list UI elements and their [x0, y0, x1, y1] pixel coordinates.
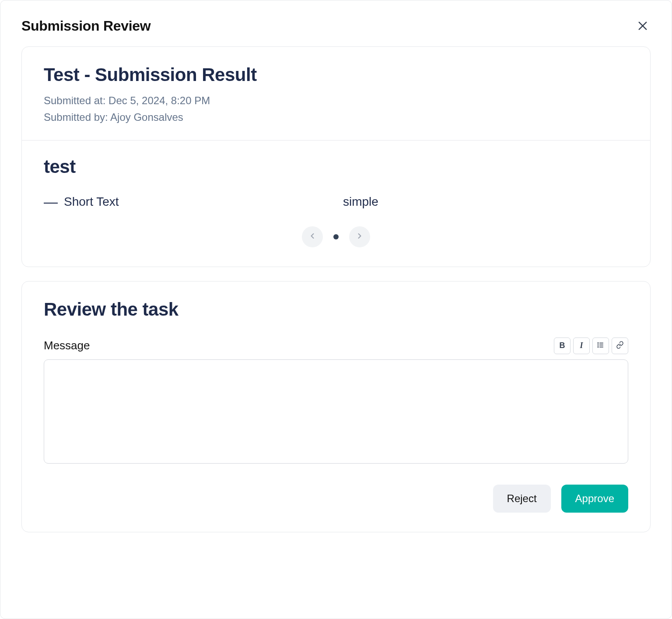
pager-next-button[interactable]: [349, 226, 370, 247]
review-card: Review the task Message B I: [21, 281, 651, 532]
submitted-by: Submitted by: Ajoy Gonsalves: [44, 109, 628, 126]
field-row: — Short Text simple: [44, 195, 628, 209]
submitted-at: Submitted at: Dec 5, 2024, 8:20 PM: [44, 92, 628, 109]
message-header-row: Message B I: [44, 338, 628, 354]
submission-review-modal: Submission Review Test - Submission Resu…: [0, 0, 672, 619]
list-icon: [597, 341, 605, 351]
message-label: Message: [44, 339, 90, 352]
result-title: Test - Submission Result: [44, 64, 628, 85]
chevron-left-icon: [308, 232, 317, 242]
editor-toolbar: B I: [554, 338, 628, 354]
svg-rect-7: [599, 347, 603, 348]
result-body: test — Short Text simple: [22, 141, 650, 267]
link-button[interactable]: [612, 338, 628, 354]
close-button[interactable]: [635, 18, 651, 34]
field-left: — Short Text: [44, 195, 336, 209]
field-label: Short Text: [64, 195, 119, 209]
svg-rect-5: [599, 345, 603, 345]
modal-title: Submission Review: [21, 18, 150, 34]
bold-button[interactable]: B: [554, 338, 570, 354]
review-actions: Reject Approve: [44, 485, 628, 513]
review-title: Review the task: [44, 299, 628, 320]
modal-header: Submission Review: [21, 18, 651, 34]
pager-prev-button[interactable]: [302, 226, 323, 247]
svg-point-2: [598, 342, 599, 344]
section-title: test: [44, 156, 628, 177]
message-input[interactable]: [44, 359, 628, 464]
list-button[interactable]: [592, 338, 609, 354]
submission-result-card: Test - Submission Result Submitted at: D…: [21, 46, 651, 267]
link-icon: [616, 341, 624, 351]
reject-button[interactable]: Reject: [493, 485, 551, 513]
svg-point-4: [598, 344, 599, 345]
pager: [44, 209, 628, 253]
italic-button[interactable]: I: [573, 338, 590, 354]
result-header: Test - Submission Result Submitted at: D…: [22, 47, 650, 141]
pager-dot: [333, 234, 339, 239]
approve-button[interactable]: Approve: [561, 485, 628, 513]
svg-point-6: [598, 346, 599, 348]
short-text-icon: —: [44, 195, 58, 209]
field-value: simple: [343, 195, 378, 209]
chevron-right-icon: [355, 232, 364, 242]
svg-rect-3: [599, 343, 603, 344]
close-icon: [637, 27, 649, 33]
